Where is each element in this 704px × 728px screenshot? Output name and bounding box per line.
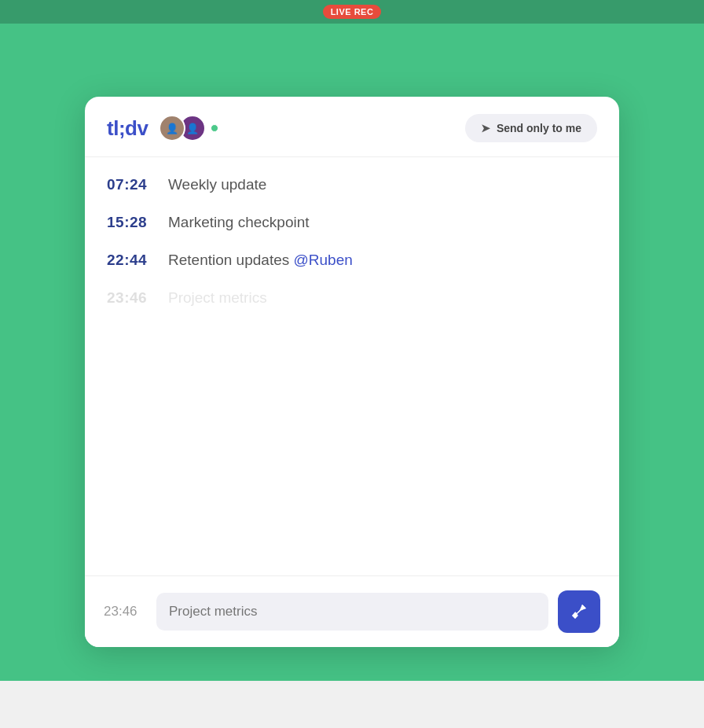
pin-button[interactable] [558,590,600,633]
live-rec-badge: LIVE REC [323,5,382,19]
event-label-4: Project metrics [168,289,267,307]
header-left: tl;dv 👤 👤 [107,115,218,142]
avatar-1: 👤 [159,115,185,142]
pin-icon [570,602,588,621]
main-card: tl;dv 👤 👤 ➤ Send only to me 07:24 Weekly… [85,97,619,647]
card-footer: 23:46 [85,575,619,647]
send-only-to-me-button[interactable]: ➤ Send only to me [465,114,597,142]
timeline-item-3[interactable]: 22:44 Retention updates @Ruben [107,252,597,269]
send-icon: ➤ [481,122,490,134]
send-button-label: Send only to me [497,122,581,134]
timestamp-3: 22:44 [107,252,154,269]
top-bar: LIVE REC [0,0,704,24]
timestamp-1: 07:24 [107,176,154,193]
card-header: tl;dv 👤 👤 ➤ Send only to me [85,97,619,157]
footer-timestamp: 23:46 [104,604,147,620]
timeline: 07:24 Weekly update 15:28 Marketing chec… [85,157,619,575]
timestamp-2: 15:28 [107,214,154,231]
timeline-item-1[interactable]: 07:24 Weekly update [107,176,597,193]
timeline-item-4[interactable]: 23:46 Project metrics [107,289,597,307]
bottom-bar [0,681,704,728]
avatars: 👤 👤 [159,115,218,142]
timeline-item-2[interactable]: 15:28 Marketing checkpoint [107,214,597,231]
online-indicator [211,124,218,132]
logo: tl;dv [107,116,148,141]
event-label-2: Marketing checkpoint [168,214,310,231]
timestamp-4: 23:46 [107,289,154,307]
event-label-3: Retention updates @Ruben [168,252,353,269]
note-input[interactable] [156,593,548,631]
event-label-1: Weekly update [168,176,266,193]
mention-ruben: @Ruben [294,252,353,268]
